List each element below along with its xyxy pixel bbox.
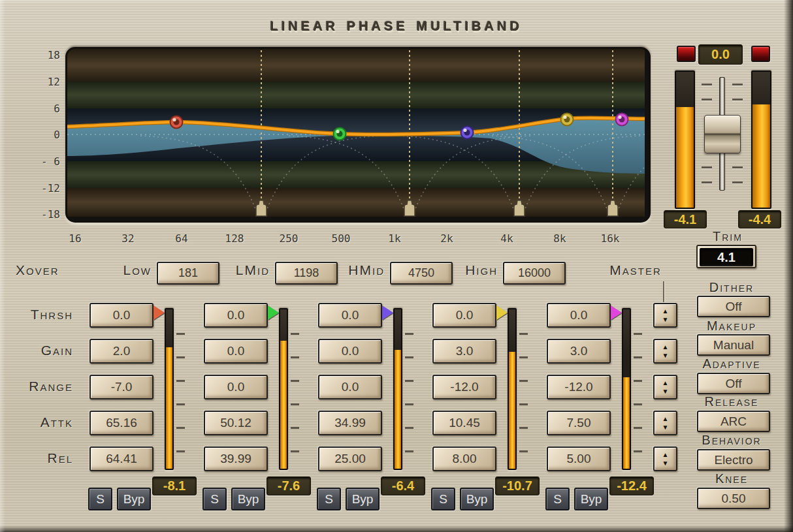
master-rel-spinner[interactable]: ▲▼: [653, 446, 677, 471]
db-label: 12: [31, 76, 60, 88]
dither-value[interactable]: Off: [697, 296, 770, 317]
band2-rel[interactable]: 39.99: [204, 446, 268, 471]
row-label-thrsh: Thrsh: [0, 307, 73, 322]
band1-solo-button[interactable]: S: [88, 488, 112, 510]
band-node-high[interactable]: [561, 114, 574, 126]
band5-threshold-marker-icon[interactable]: [611, 305, 622, 320]
band4-gain[interactable]: 3.0: [432, 339, 496, 364]
band5-gain[interactable]: 3.0: [547, 339, 611, 364]
xover-lmid-value[interactable]: 1198: [275, 262, 338, 285]
spin-down-icon[interactable]: ▼: [662, 388, 669, 395]
multiband-graph: [65, 47, 651, 223]
band4-threshold-marker-icon[interactable]: [496, 305, 508, 320]
band4-attk[interactable]: 10.45: [432, 411, 496, 435]
band2-bypass-button[interactable]: Byp: [231, 488, 265, 510]
band3-thrsh[interactable]: 0.0: [318, 303, 382, 328]
clip-led-left[interactable]: [677, 46, 696, 62]
band1-attk[interactable]: 65.16: [89, 411, 154, 435]
band2-threshold-marker-icon[interactable]: [268, 305, 279, 320]
band-node-top[interactable]: [616, 114, 628, 126]
band3-threshold-marker-icon[interactable]: [382, 305, 393, 320]
makeup-value[interactable]: Manual: [697, 334, 770, 356]
band2-attk[interactable]: 50.12: [204, 411, 268, 435]
spin-up-icon[interactable]: ▲: [662, 344, 669, 351]
band2-meter-ticks: [291, 333, 299, 454]
release-value[interactable]: ARC: [697, 411, 770, 432]
spin-up-icon[interactable]: ▲: [662, 380, 669, 386]
band4-bypass-button[interactable]: Byp: [460, 488, 494, 510]
band3-gain[interactable]: 0.0: [318, 339, 382, 364]
band4-range[interactable]: -12.0: [432, 375, 496, 399]
row-label-gain: Gain: [0, 343, 73, 358]
knee-label: Knee: [683, 471, 781, 486]
master-range-spinner[interactable]: ▲▼: [653, 375, 677, 399]
trim-value: 4.1: [700, 248, 753, 266]
adaptive-value[interactable]: Off: [697, 373, 770, 394]
spin-down-icon[interactable]: ▼: [662, 460, 669, 467]
output-fader-knob[interactable]: [704, 115, 741, 153]
spin-down-icon[interactable]: ▼: [662, 317, 669, 323]
spin-up-icon[interactable]: ▲: [662, 308, 669, 315]
band1-threshold-marker-icon[interactable]: [154, 305, 165, 320]
band5-rel[interactable]: 5.00: [547, 446, 611, 471]
dither-label: Dither: [683, 280, 781, 295]
band2-solo-button[interactable]: S: [202, 488, 227, 510]
band-node-low[interactable]: [170, 116, 183, 129]
band4-meter: [508, 308, 517, 470]
band3-range[interactable]: 0.0: [318, 375, 382, 399]
band-node-hmid[interactable]: [461, 127, 474, 139]
output-meter-left: [675, 70, 695, 209]
band1-bypass-button[interactable]: Byp: [117, 488, 151, 510]
xover-high-value[interactable]: 16000: [503, 262, 566, 285]
band2-thrsh[interactable]: 0.0: [204, 303, 268, 328]
band1-gain[interactable]: 2.0: [89, 339, 154, 364]
master-connector-line: [663, 281, 664, 302]
spin-up-icon[interactable]: ▲: [662, 416, 669, 422]
xover-hmid-value[interactable]: 4750: [390, 262, 453, 285]
db-label: 6: [31, 102, 60, 115]
band4-thrsh[interactable]: 0.0: [432, 303, 496, 328]
band2-range[interactable]: 0.0: [204, 375, 268, 399]
freq-label: 8k: [543, 232, 576, 245]
db-label: - 6: [31, 155, 60, 168]
band3-rel[interactable]: 25.00: [318, 446, 382, 471]
fader-tick: [702, 84, 712, 86]
band3-meter-ticks: [405, 333, 413, 454]
band1-thrsh[interactable]: 0.0: [89, 303, 154, 328]
band5-solo-button[interactable]: S: [545, 488, 570, 510]
output-right-readout: -4.4: [738, 210, 781, 228]
master-gain-spinner[interactable]: ▲▼: [653, 339, 677, 364]
fader-tick: [732, 99, 743, 101]
trim-control[interactable]: 4.1: [696, 245, 756, 268]
graph-canvas: [67, 49, 645, 217]
freq-label: 64: [165, 232, 198, 245]
band1-rel[interactable]: 64.41: [89, 446, 154, 471]
band-node-lmid[interactable]: [334, 128, 346, 140]
clip-led-right[interactable]: [751, 46, 770, 62]
xover-hmid-label: HMid: [331, 262, 385, 278]
band4-solo-button[interactable]: S: [431, 488, 455, 510]
xover-low-value[interactable]: 181: [157, 262, 219, 285]
fader-tick: [732, 84, 743, 86]
band3-attk[interactable]: 34.99: [318, 411, 382, 435]
master-thrsh-spinner[interactable]: ▲▼: [653, 303, 677, 328]
spin-down-icon[interactable]: ▼: [662, 424, 669, 431]
band5-bypass-button[interactable]: Byp: [574, 488, 608, 510]
band4-rel[interactable]: 8.00: [432, 446, 496, 471]
band5-range[interactable]: -12.0: [547, 375, 611, 399]
spin-down-icon[interactable]: ▼: [662, 352, 669, 359]
xover-high-label: High: [444, 262, 498, 278]
knee-value[interactable]: 0.50: [697, 488, 770, 509]
band3-bypass-button[interactable]: Byp: [346, 488, 380, 510]
release-label: Release: [683, 394, 781, 409]
band2-gain[interactable]: 0.0: [204, 339, 268, 364]
band5-attk[interactable]: 7.50: [547, 411, 611, 435]
band1-range[interactable]: -7.0: [89, 375, 154, 399]
plugin-window: Linear Phase Multiband 18 12 6 0 - 6 -12…: [0, 0, 793, 532]
fader-tick: [732, 166, 743, 168]
band3-solo-button[interactable]: S: [317, 488, 341, 510]
master-attk-spinner[interactable]: ▲▼: [653, 411, 677, 435]
spin-up-icon[interactable]: ▲: [662, 452, 669, 458]
band5-thrsh[interactable]: 0.0: [547, 303, 611, 328]
behavior-value[interactable]: Electro: [697, 449, 770, 471]
